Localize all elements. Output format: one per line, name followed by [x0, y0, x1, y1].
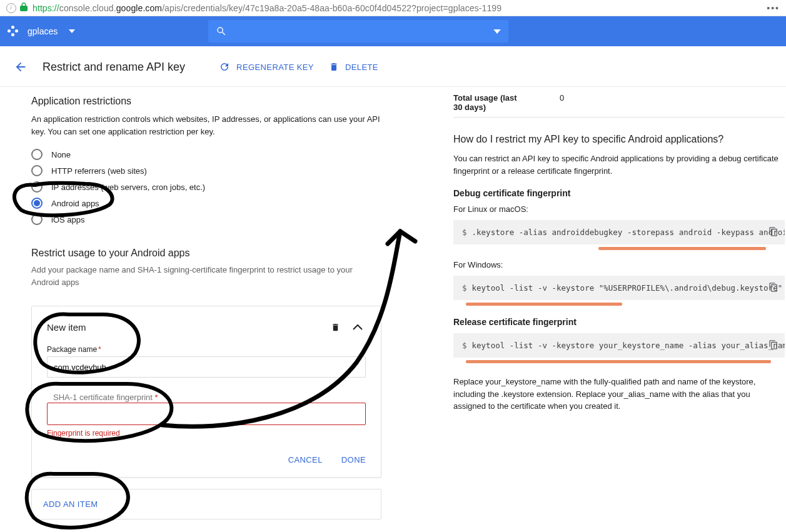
package-name-field: Package name*	[47, 345, 366, 378]
back-button[interactable]	[14, 60, 28, 74]
card-title: New item	[47, 322, 86, 333]
radio-none[interactable]: None	[31, 149, 381, 160]
package-name-input[interactable]	[47, 356, 366, 378]
new-item-card: New item Package name*	[31, 306, 381, 478]
info-icon	[6, 3, 16, 13]
usage-label: Total usage (last 30 days)	[453, 93, 522, 112]
add-item-button[interactable]: ADD AN ITEM	[31, 489, 381, 519]
radio-icon	[31, 198, 43, 209]
radio-http-referrers[interactable]: HTTP referrers (web sites)	[31, 165, 381, 176]
delete-button[interactable]: DELETE	[329, 61, 378, 73]
search-icon	[216, 26, 227, 37]
radio-icon	[31, 214, 43, 225]
sha1-field: SHA-1 certificate fingerprint * Fingerpr…	[47, 400, 366, 438]
copy-button[interactable]	[768, 226, 778, 239]
done-button[interactable]: DONE	[341, 455, 366, 464]
search-input[interactable]	[208, 20, 508, 43]
radio-ip-addresses[interactable]: IP addresses (web servers, cron jobs, et…	[31, 181, 381, 193]
radio-icon	[31, 165, 43, 176]
release-note: Replace your_keystore_name with the full…	[453, 376, 785, 413]
divider	[453, 117, 785, 118]
project-name: gplaces	[28, 26, 58, 36]
radio-icon	[31, 181, 43, 193]
chevron-up-icon	[353, 324, 363, 330]
annotation-underline	[466, 303, 622, 306]
regenerate-key-button[interactable]: REGENERATE KEY	[219, 61, 314, 73]
help-heading: How do I restrict my API key to specific…	[453, 134, 785, 145]
release-fp-heading: Release certificate fingerprint	[453, 317, 785, 327]
debug-linux-label: For Linux or macOS:	[453, 204, 785, 214]
cancel-button[interactable]: CANCEL	[288, 455, 323, 464]
restrict-android-heading: Restrict usage to your Android apps	[31, 248, 381, 259]
copy-button[interactable]	[768, 339, 778, 352]
radio-android-apps[interactable]: Android apps	[31, 198, 381, 209]
chevron-down-icon	[69, 29, 75, 33]
browser-address-bar: https://console.cloud.google.com/apis/cr…	[0, 0, 786, 16]
cloud-console-top-bar: gplaces	[0, 16, 786, 46]
lock-icon	[20, 3, 28, 13]
app-restrictions-heading: Application restrictions	[31, 96, 381, 107]
refresh-icon	[219, 61, 230, 73]
debug-linux-command: $.keystore -alias androiddebugkey -store…	[453, 220, 785, 244]
chevron-down-icon	[493, 29, 501, 34]
restrict-android-desc: Add your package name and SHA-1 signing-…	[31, 264, 381, 288]
radio-icon	[31, 149, 43, 160]
page-title: Restrict and rename API key	[43, 61, 185, 74]
app-restrictions-desc: An application restriction controls whic…	[31, 113, 381, 138]
copy-button[interactable]	[768, 281, 778, 294]
page-header: Restrict and rename API key REGENERATE K…	[0, 46, 786, 87]
browser-overflow-icon[interactable]: •••	[767, 3, 780, 13]
delete-item-button[interactable]	[327, 319, 343, 335]
radio-ios-apps[interactable]: iOS apps	[31, 214, 381, 225]
annotation-underline	[466, 360, 771, 363]
collapse-button[interactable]	[350, 319, 366, 335]
help-desc: You can restrict an API key to specific …	[453, 153, 785, 177]
project-selector[interactable]: gplaces	[8, 26, 75, 37]
trash-icon	[329, 61, 339, 73]
copy-icon	[768, 226, 778, 237]
url-text: https://console.cloud.google.com/apis/cr…	[33, 3, 501, 13]
copy-icon	[768, 281, 778, 293]
annotation-underline	[598, 247, 766, 250]
usage-row: Total usage (last 30 days) 0	[453, 93, 785, 112]
debug-win-command: $keytool -list -v -keystore "%USERPROFIL…	[453, 276, 785, 300]
trash-icon	[331, 322, 340, 333]
copy-icon	[768, 339, 778, 350]
restriction-radio-group: None HTTP referrers (web sites) IP addre…	[31, 149, 381, 225]
required-asterisk: *	[98, 345, 101, 354]
sha1-error-text: Fingerprint is required	[47, 429, 366, 438]
sha1-input[interactable]	[47, 403, 366, 425]
debug-fp-heading: Debug certificate fingerprint	[453, 188, 785, 198]
product-icon	[8, 26, 19, 37]
debug-win-label: For Windows:	[453, 260, 785, 269]
release-command: $keytool -list -v -keystore your_keystor…	[453, 333, 785, 358]
usage-value: 0	[560, 93, 564, 112]
